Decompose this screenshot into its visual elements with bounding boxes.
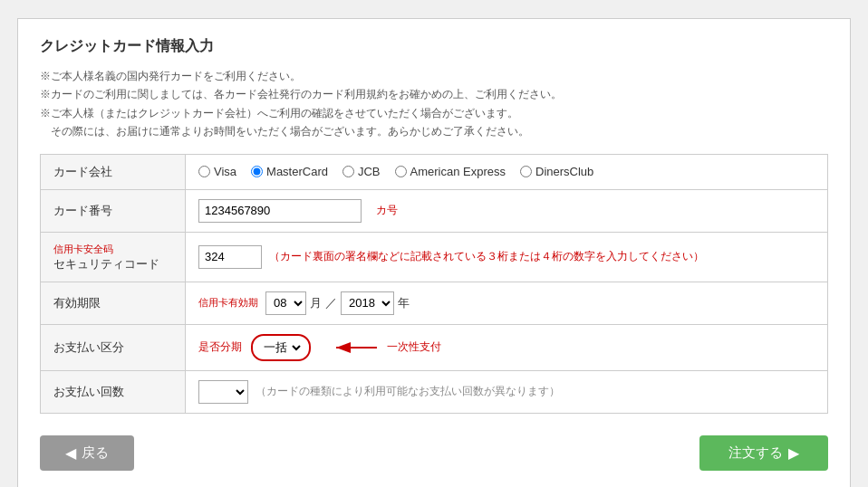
radio-input-visa[interactable] — [198, 166, 210, 177]
arrow-annotation: 一次性支付 — [327, 335, 441, 360]
back-button-label: 戻る — [82, 444, 109, 462]
card-company-radio-group: Visa MasterCard JCB American Express — [198, 165, 815, 178]
security-annotation: 信用卡安全码 — [53, 244, 113, 254]
radio-input-diners[interactable] — [520, 166, 532, 177]
order-button[interactable]: 注文する ▶ — [699, 435, 828, 471]
order-button-label: 注文する — [728, 444, 783, 462]
radio-input-amex[interactable] — [395, 166, 407, 177]
payment-count-label: お支払い回数 — [41, 370, 186, 413]
expiry-annotation: 信用卡有効期 — [198, 296, 258, 310]
radio-label-visa: Visa — [214, 165, 236, 178]
radio-mastercard[interactable]: MasterCard — [251, 165, 328, 178]
order-icon: ▶ — [788, 444, 799, 462]
expiry-month-unit: 月 — [310, 295, 322, 311]
arrow-text: 一次性支付 — [387, 339, 441, 355]
radio-jcb[interactable]: JCB — [342, 165, 381, 178]
radio-label-mastercard: MasterCard — [266, 165, 328, 178]
radio-input-jcb[interactable] — [342, 166, 354, 177]
payment-type-select[interactable]: 一括 分割 — [258, 336, 304, 359]
ikkatsu-wrapper[interactable]: 一括 分割 — [251, 334, 311, 361]
credit-card-form: カード会社 Visa MasterCard JCB — [40, 154, 828, 414]
arrow-icon — [327, 335, 381, 360]
payment-type-label: お支払い区分 — [41, 324, 186, 370]
notice-block: ※ご本人様名義の国内発行カードをご利用ください。 ※カードのご利用に関しましては… — [40, 67, 828, 141]
expiry-label: 有効期限 — [41, 282, 186, 324]
card-number-input[interactable] — [198, 199, 362, 223]
radio-diners[interactable]: DinersClub — [520, 165, 593, 178]
payment-count-hint: （カードの種類により利用可能なお支払い回数が異なります） — [256, 384, 560, 399]
radio-label-amex: American Express — [410, 165, 506, 178]
payment-count-row: （カードの種類により利用可能なお支払い回数が異なります） — [198, 380, 815, 404]
card-number-suffix: カ号 — [376, 203, 398, 218]
expiry-month-select[interactable]: 01 02 03 04 05 06 07 08 09 10 11 12 — [265, 291, 306, 315]
card-company-label: カード会社 — [41, 154, 186, 189]
payment-annotation: 是否分期 — [198, 339, 242, 355]
back-icon: ◀ — [65, 444, 76, 462]
payment-type-row: 是否分期 一括 分割 — [198, 334, 815, 361]
expiry-slash: ／ — [325, 295, 337, 311]
expiry-year-unit: 年 — [398, 295, 410, 311]
radio-visa[interactable]: Visa — [198, 165, 236, 178]
page-title: クレジットカード情報入力 — [40, 37, 828, 56]
back-button[interactable]: ◀ 戻る — [40, 435, 134, 471]
radio-amex[interactable]: American Express — [395, 165, 506, 178]
radio-input-mastercard[interactable] — [251, 166, 263, 177]
security-hint: （カード裏面の署名欄などに記載されている３桁または４桁の数字を入力してください） — [269, 249, 704, 264]
radio-label-jcb: JCB — [358, 165, 381, 178]
expiry-row: 信用卡有効期 01 02 03 04 05 06 07 08 09 10 11 … — [198, 291, 815, 315]
radio-label-diners: DinersClub — [535, 165, 593, 178]
payment-count-select[interactable] — [198, 380, 248, 404]
expiry-year-select[interactable]: 2018 2019 2020 2021 2022 2023 2024 2025 — [341, 291, 394, 315]
card-number-label: カード番号 — [41, 189, 186, 232]
security-row: （カード裏面の署名欄などに記載されている３桁または４桁の数字を入力してください） — [198, 245, 815, 269]
security-code-label: 信用卡安全码 セキュリティコード — [41, 232, 186, 282]
button-row: ◀ 戻る 注文する ▶ — [40, 435, 828, 471]
security-code-input[interactable] — [198, 245, 262, 269]
